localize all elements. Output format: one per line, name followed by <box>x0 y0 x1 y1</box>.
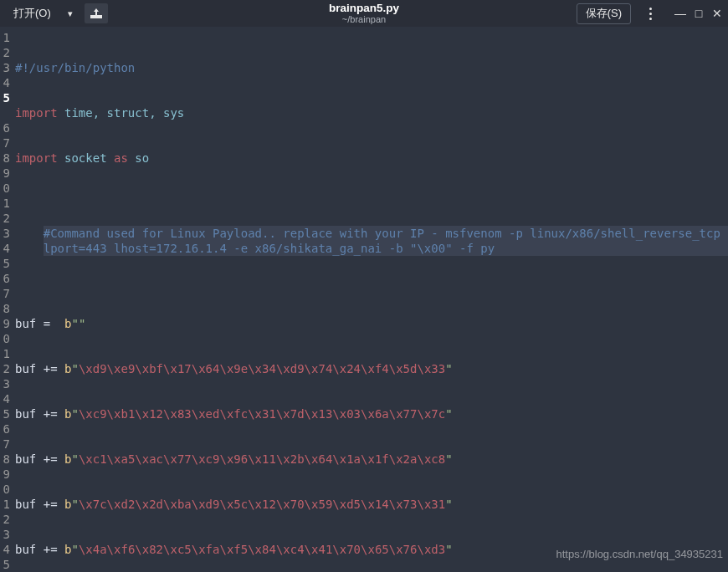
new-tab-icon <box>90 8 103 19</box>
code-line: #!/usr/bin/python <box>15 60 728 75</box>
code-line: buf += b"\xc1\xa5\xac\x77\xc9\x96\x11\x2… <box>15 452 728 467</box>
code-line-current: #Command used for Linux Payload.. replac… <box>44 226 728 256</box>
minimize-button[interactable]: — <box>671 3 690 23</box>
code-line: buf += b"\xc9\xb1\x12\x83\xed\xfc\x31\x7… <box>15 406 728 421</box>
open-button[interactable]: 打开(O) <box>5 3 59 23</box>
editor: 123456789012345678901234567890123456 #!/… <box>0 27 728 572</box>
menu-button[interactable] <box>639 8 661 20</box>
watermark: https://blog.csdn.net/qq_34935231 <box>556 548 724 560</box>
code-line <box>15 196 728 211</box>
code-line: import time, struct, sys <box>15 105 728 120</box>
new-tab-button[interactable] <box>85 3 108 23</box>
titlebar-left: 打开(O) ▾ <box>0 3 108 23</box>
svg-rect-0 <box>90 15 102 18</box>
code-line: buf = b"" <box>15 316 728 331</box>
code-line: buf += b"\xd9\xe9\xbf\x17\x64\x9e\x34\xd… <box>15 361 728 376</box>
titlebar-right: 保存(S) — □ ✕ <box>577 3 728 24</box>
maximize-button[interactable]: □ <box>690 3 708 23</box>
titlebar: 打开(O) ▾ brainpan5.py ~/brainpan 保存(S) — … <box>0 0 728 27</box>
code-area[interactable]: #!/usr/bin/python import time, struct, s… <box>10 27 728 572</box>
open-recent-chevron[interactable]: ▾ <box>63 6 78 22</box>
save-button[interactable]: 保存(S) <box>577 3 631 24</box>
code-line <box>15 271 728 286</box>
code-line: import socket as so <box>15 151 728 166</box>
line-number-gutter: 123456789012345678901234567890123456 <box>0 27 10 572</box>
close-button[interactable]: ✕ <box>708 3 726 23</box>
code-line: buf += b"\x7c\xd2\x2d\xba\xd9\x5c\x12\x7… <box>15 497 728 512</box>
